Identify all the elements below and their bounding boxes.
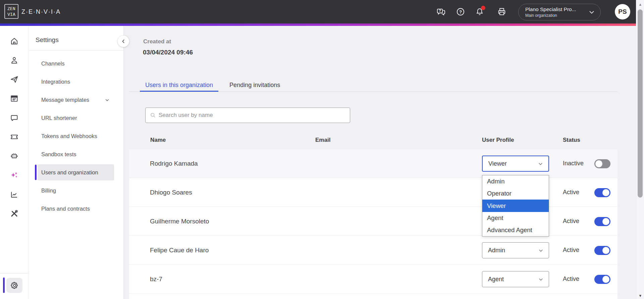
dropdown-option-operator[interactable]: Operator bbox=[482, 187, 549, 200]
sidebar-item-tokens-and-webhooks[interactable]: Tokens and Webhooks bbox=[38, 128, 114, 144]
tab-pending-invitations[interactable]: Pending invitations bbox=[224, 78, 285, 92]
status-label: Active bbox=[563, 265, 579, 293]
table-row: Felipe Caue de Haro Admin Active bbox=[129, 236, 618, 265]
user-avatar[interactable]: PS bbox=[615, 4, 630, 19]
svg-text:ZEN: ZEN bbox=[7, 6, 15, 11]
created-at-label: Created at bbox=[143, 38, 171, 45]
search-input[interactable] bbox=[159, 112, 346, 119]
dropdown-option-viewer[interactable]: Viewer bbox=[482, 200, 549, 212]
user-name: Guilherme Morsoleto bbox=[150, 207, 209, 236]
sidebar-item-integrations[interactable]: Integrations bbox=[38, 74, 114, 90]
status-toggle[interactable] bbox=[594, 246, 610, 255]
column-header-user-profile: User Profile bbox=[482, 137, 514, 143]
dropdown-option-advanced-agent[interactable]: Advanced Agent bbox=[482, 224, 549, 236]
sidebar-item-label: Channels bbox=[41, 60, 65, 67]
notifications-bell-icon[interactable] bbox=[474, 6, 485, 17]
sidebar-item-sandbox-tests[interactable]: Sandbox tests bbox=[38, 146, 114, 162]
robot-icon[interactable] bbox=[0, 146, 29, 166]
svg-text:VIA: VIA bbox=[7, 12, 15, 17]
sidebar-item-message-templates[interactable]: Message templates bbox=[38, 92, 114, 108]
sidebar-title: Settings bbox=[36, 36, 59, 44]
sidebar-item-users-and-organization[interactable]: Users and organization bbox=[38, 164, 114, 180]
toggle-knob bbox=[602, 218, 609, 225]
scrollbar-thumb[interactable] bbox=[638, 9, 643, 198]
rail-divider bbox=[0, 273, 29, 273]
toggle-knob bbox=[602, 276, 609, 283]
user-profile-select[interactable]: Admin bbox=[482, 242, 549, 258]
dropdown-option-agent[interactable]: Agent bbox=[482, 212, 549, 224]
person-icon[interactable] bbox=[0, 51, 29, 70]
user-name: Rodrigo Kamada bbox=[150, 149, 198, 178]
user-profile-select[interactable]: Agent bbox=[482, 271, 549, 287]
main-content: Created at 03/04/2024 09:46 Users in thi… bbox=[124, 26, 636, 299]
sidebar-item-label: Tokens and Webhooks bbox=[41, 133, 97, 139]
table-row bbox=[129, 294, 618, 299]
ticket-icon[interactable] bbox=[0, 127, 29, 146]
home-icon[interactable] bbox=[0, 32, 29, 51]
sparkles-icon[interactable] bbox=[0, 166, 29, 185]
send-icon[interactable] bbox=[0, 70, 29, 89]
tabs: Users in this organizationPending invita… bbox=[140, 78, 285, 92]
tools-icon[interactable] bbox=[0, 204, 29, 223]
status-label: Active bbox=[563, 236, 579, 264]
sidebar-item-label: Plans and contracts bbox=[41, 206, 90, 212]
scroll-down-arrow[interactable]: ▼ bbox=[636, 294, 644, 298]
user-name: Felipe Caue de Haro bbox=[150, 236, 209, 264]
toggle-knob bbox=[602, 247, 609, 254]
zenvia-logo-icon: ZEN VIA bbox=[4, 4, 18, 19]
sidebar-item-url-shortener[interactable]: URL shortener bbox=[38, 110, 114, 126]
sidebar-item-label: Sandbox tests bbox=[41, 151, 76, 158]
status-toggle[interactable] bbox=[594, 159, 610, 168]
chevron-down-icon bbox=[538, 276, 544, 283]
chevron-down-icon bbox=[588, 8, 596, 16]
support-chat-icon[interactable]: ? bbox=[435, 6, 447, 17]
status-toggle[interactable] bbox=[594, 275, 610, 284]
sidebar-item-plans-and-contracts[interactable]: Plans and contracts bbox=[38, 201, 114, 217]
dropdown-option-admin[interactable]: Admin bbox=[482, 175, 549, 187]
status-label: Active bbox=[563, 178, 579, 207]
search-icon bbox=[150, 112, 156, 119]
tab-users-in-this-organization[interactable]: Users in this organization bbox=[140, 78, 218, 92]
column-header-name: Name bbox=[150, 137, 166, 143]
status-toggle[interactable] bbox=[594, 188, 610, 197]
organization-type: Main organization bbox=[525, 13, 588, 18]
news-icon[interactable] bbox=[0, 89, 29, 108]
user-name: Dhiogo Soares bbox=[150, 178, 192, 207]
organization-selector[interactable]: Plano Specialist Pro... Main organizatio… bbox=[518, 4, 601, 20]
sidebar-item-label: URL shortener bbox=[41, 115, 77, 121]
column-header-email: Email bbox=[315, 137, 330, 143]
sidebar-item-label: Integrations bbox=[41, 79, 70, 85]
settings-active-indicator bbox=[3, 277, 5, 293]
status-toggle[interactable] bbox=[594, 217, 610, 226]
toggle-knob bbox=[595, 160, 602, 167]
help-icon[interactable]: ? bbox=[455, 6, 466, 17]
selected-profile: Admin bbox=[488, 247, 505, 254]
sidebar-item-channels[interactable]: Channels bbox=[38, 55, 114, 72]
svg-text:?: ? bbox=[439, 9, 441, 13]
gear-icon[interactable] bbox=[6, 278, 22, 293]
sidebar-divider bbox=[29, 50, 123, 51]
scroll-up-arrow[interactable]: ▲ bbox=[636, 2, 644, 6]
status-label: Active bbox=[563, 207, 579, 236]
selected-profile: Viewer bbox=[488, 160, 507, 167]
user-profile-select[interactable]: Viewer bbox=[482, 156, 549, 172]
page-scrollbar: ▲ ▼ bbox=[636, 0, 644, 299]
navigation-rail bbox=[0, 26, 29, 299]
chat-icon[interactable] bbox=[0, 108, 29, 127]
printer-icon[interactable] bbox=[496, 6, 507, 17]
sidebar-item-label: Users and organization bbox=[41, 169, 98, 176]
table-row: bz-7 Agent Active bbox=[129, 265, 618, 294]
toggle-knob bbox=[602, 189, 609, 196]
sidebar-item-billing[interactable]: Billing bbox=[38, 182, 114, 199]
selected-profile: Agent bbox=[488, 276, 504, 283]
organization-name: Plano Specialist Pro... bbox=[525, 6, 588, 12]
brand-wordmark: Z·E·N·V·I·A bbox=[21, 0, 61, 24]
table-header: NameEmailUser ProfileStatus bbox=[124, 135, 636, 145]
chart-icon[interactable] bbox=[0, 185, 29, 204]
chevron-down-icon bbox=[538, 247, 544, 254]
sidebar-item-label: Billing bbox=[41, 187, 56, 194]
user-name: bz-7 bbox=[150, 265, 162, 293]
collapse-sidebar-button[interactable] bbox=[118, 36, 129, 47]
sidebar-items: Channels Integrations Message templates … bbox=[29, 55, 123, 219]
settings-sidebar: Settings Channels Integrations Message t… bbox=[29, 26, 124, 299]
